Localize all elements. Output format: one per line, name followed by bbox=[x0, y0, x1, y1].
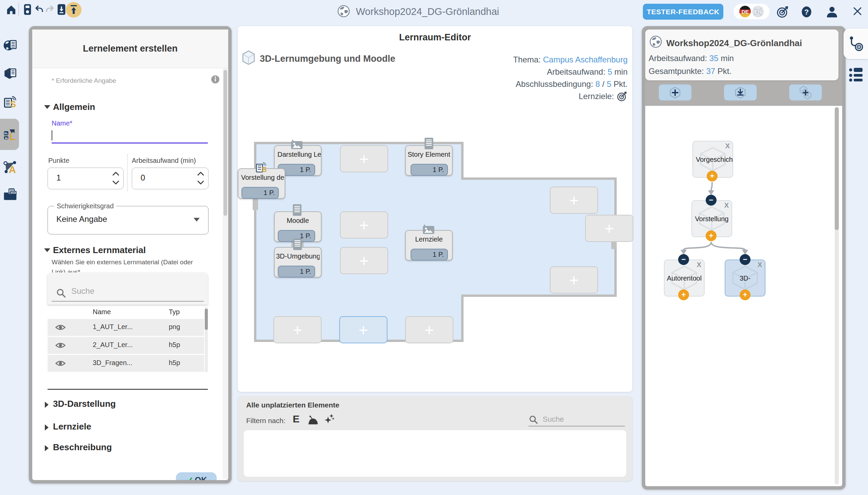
undo-icon[interactable] bbox=[34, 5, 44, 14]
remove-node-button[interactable]: X bbox=[758, 261, 762, 269]
remove-node-button[interactable]: X bbox=[725, 142, 730, 150]
row-name: 1_AUT_Ler... bbox=[93, 323, 133, 331]
unplaced-title: Alle unplatzierten Elemente bbox=[246, 401, 339, 409]
node-label: Vorgeschichte bbox=[696, 156, 733, 164]
points-badge: 1 P. bbox=[411, 249, 448, 260]
remove-node-button[interactable]: X bbox=[724, 202, 729, 209]
node-add-child-button[interactable]: + bbox=[706, 231, 717, 241]
panel-title: Lernelement erstellen bbox=[83, 44, 178, 54]
flow-target-icon bbox=[849, 36, 863, 52]
material-search-input[interactable] bbox=[71, 286, 194, 296]
globe-icon bbox=[337, 5, 350, 18]
name-input[interactable] bbox=[52, 129, 208, 142]
arbeitsaufwand-value[interactable]: 0 bbox=[141, 173, 145, 183]
lang-de-button[interactable]: DE bbox=[739, 6, 751, 17]
sidebar-item-materialien[interactable] bbox=[3, 187, 18, 202]
filter-label: Filtern nach: bbox=[246, 416, 285, 425]
upload-icon[interactable] bbox=[69, 4, 79, 15]
lang-en-button[interactable]: EN bbox=[752, 6, 764, 17]
tester-feedback-button[interactable]: TESTER-FEEDBACK bbox=[643, 4, 723, 20]
punkte-spinner-icons[interactable] bbox=[111, 170, 120, 187]
add-element-slot[interactable]: + bbox=[550, 187, 598, 214]
remove-node-button[interactable]: X bbox=[697, 261, 701, 269]
panel-scroll-thumb[interactable] bbox=[224, 70, 227, 216]
element-label: Darstellung Ler bbox=[277, 151, 321, 158]
table-row[interactable]: 3D_Fragen... h5p bbox=[48, 355, 204, 372]
select-caret-icon bbox=[194, 218, 200, 222]
add-element-slot[interactable]: + bbox=[550, 266, 598, 293]
add-space-button[interactable] bbox=[659, 84, 691, 100]
filter-model-icon[interactable] bbox=[307, 414, 319, 425]
book-s-icon: S bbox=[256, 161, 267, 174]
table-scroll-thumb[interactable] bbox=[205, 309, 208, 330]
add-element-slot[interactable]: + bbox=[585, 215, 633, 242]
import-icon[interactable] bbox=[56, 4, 67, 15]
node-remove-link-button[interactable]: − bbox=[678, 254, 689, 265]
add-element-slot[interactable]: + bbox=[340, 247, 388, 274]
node-remove-link-button[interactable]: − bbox=[740, 254, 751, 265]
svg-text:S: S bbox=[262, 165, 267, 174]
node-remove-link-button[interactable]: − bbox=[706, 195, 717, 206]
sidebar-item-lernelement[interactable]: H₅ L bbox=[3, 127, 18, 142]
aufwand-value: 5 bbox=[608, 67, 612, 76]
unplaced-search-input[interactable] bbox=[542, 414, 621, 424]
sidebar-item-adaptivitaet[interactable]: A bbox=[3, 160, 18, 175]
sidebar-item-story[interactable]: S bbox=[3, 95, 18, 109]
node-add-child-button[interactable]: + bbox=[678, 289, 689, 300]
toolbar-divider bbox=[18, 3, 19, 16]
section-beschreibung[interactable]: Beschreibung bbox=[53, 442, 112, 453]
add-element-slot[interactable]: + bbox=[405, 316, 453, 343]
unplaced-list-area[interactable] bbox=[244, 430, 626, 477]
app-title: Workshop2024_DG-Grönlandhai bbox=[356, 6, 499, 17]
add-element-slot-selected[interactable]: + bbox=[339, 316, 388, 343]
thema-value[interactable]: Campus Aschaffenburg bbox=[543, 55, 627, 64]
filter-effects-icon[interactable] bbox=[323, 413, 335, 425]
image-icon bbox=[422, 224, 435, 235]
lernziele-label: Lernziele: bbox=[579, 90, 614, 102]
close-icon[interactable] bbox=[852, 6, 863, 16]
home-icon[interactable] bbox=[5, 4, 17, 16]
globe-icon bbox=[649, 35, 662, 48]
add-element-slot[interactable]: + bbox=[340, 145, 388, 172]
lernelement-letter: L bbox=[9, 131, 15, 142]
lernziele-target-icon[interactable] bbox=[617, 91, 627, 102]
lernziele-expand-icon[interactable] bbox=[45, 424, 49, 430]
tree-scroll-thumb[interactable] bbox=[835, 107, 839, 230]
svg-text:H₅: H₅ bbox=[4, 132, 8, 135]
save-icon[interactable] bbox=[22, 4, 33, 15]
space-meta: Thema: Campus Aschaffenburg Arbeitsaufwa… bbox=[458, 54, 627, 102]
3d-darstellung-expand-icon[interactable] bbox=[45, 402, 49, 408]
workshop-aufwand: Arbeitsaufwand: 35 min bbox=[649, 54, 734, 63]
punkte-value[interactable]: 1 bbox=[56, 173, 61, 183]
user-icon[interactable] bbox=[825, 5, 839, 19]
section-lernziele[interactable]: Lernziele bbox=[53, 421, 91, 432]
externes-collapse-icon[interactable] bbox=[44, 248, 50, 252]
table-row[interactable]: 1_AUT_Ler... png bbox=[48, 319, 204, 336]
node-add-child-button[interactable]: + bbox=[707, 171, 718, 182]
ok-button[interactable]: OK bbox=[176, 472, 217, 480]
structure-view-tab[interactable] bbox=[844, 29, 868, 59]
beschreibung-expand-icon[interactable] bbox=[45, 445, 49, 451]
language-toggle: DE EN bbox=[734, 4, 770, 19]
help-icon[interactable]: ? bbox=[800, 5, 813, 18]
table-row[interactable]: 2_AUT_Ler... h5p bbox=[48, 337, 204, 354]
redo-icon[interactable] bbox=[45, 5, 55, 14]
arbeitsaufwand-spinner-icons[interactable] bbox=[196, 170, 205, 187]
add-element-slot[interactable]: + bbox=[340, 211, 388, 239]
node-add-child-button[interactable]: + bbox=[740, 289, 751, 300]
info-icon[interactable] bbox=[211, 75, 220, 84]
adaptivitaet-letter: A bbox=[9, 164, 16, 175]
add-condition-space-button[interactable] bbox=[789, 84, 822, 100]
sidebar-item-lernwelt[interactable] bbox=[3, 38, 18, 53]
paper-icon bbox=[293, 238, 302, 250]
filter-element-icon[interactable]: E bbox=[293, 413, 299, 425]
import-space-button[interactable] bbox=[724, 84, 757, 100]
list-view-tab[interactable] bbox=[848, 67, 864, 82]
sidebar-item-lernraum[interactable] bbox=[3, 66, 18, 81]
add-element-slot[interactable]: + bbox=[273, 316, 322, 343]
paper-icon bbox=[424, 137, 434, 150]
section-3d-darstellung[interactable]: 3D-Darstellung bbox=[53, 399, 116, 409]
target-icon[interactable] bbox=[776, 5, 789, 18]
app-root: Workshop2024_DG-Grönlandhai TESTER-FEEDB… bbox=[0, 0, 868, 495]
allgemein-collapse-icon[interactable] bbox=[44, 105, 50, 109]
